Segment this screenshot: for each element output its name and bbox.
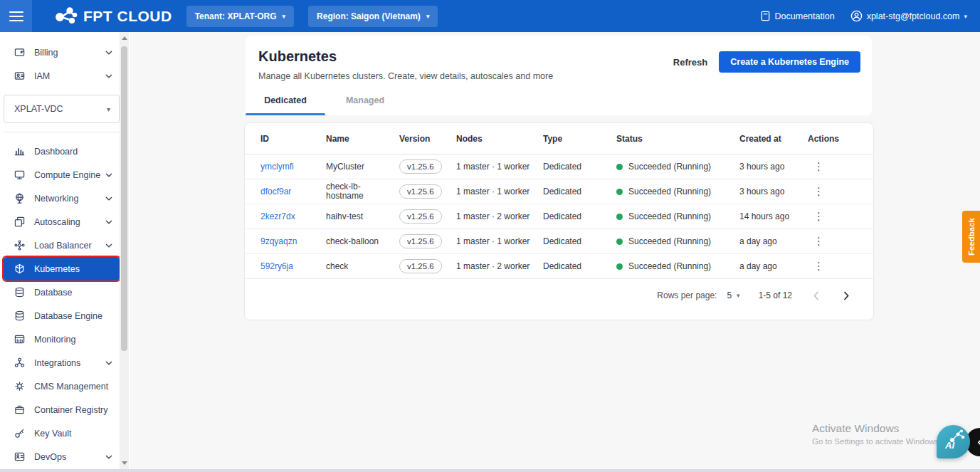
created-at-cell: a day ago: [739, 261, 808, 271]
sidebar-item-database-engine[interactable]: Database Engine: [4, 304, 120, 327]
rows-per-page-select[interactable]: 5 ▾: [727, 290, 739, 300]
scroll-up-arrow[interactable]: [122, 36, 127, 40]
nodes-cell: 1 master · 2 worker: [456, 261, 543, 271]
nodes-cell: 1 master · 1 worker: [456, 162, 543, 172]
sidebar-item-kubernetes[interactable]: Kubernetes: [4, 257, 120, 280]
sidebar-item-label: Compute Engine: [34, 170, 100, 180]
sidebar-item-cms-management[interactable]: CMS Management: [4, 374, 120, 398]
next-page-button[interactable]: [841, 290, 852, 302]
column-header-nodes: Nodes: [456, 134, 543, 144]
sidebar-item-database[interactable]: Database: [4, 280, 120, 304]
created-at-cell: 3 hours ago: [739, 187, 808, 196]
status-dot-icon: [616, 238, 623, 245]
chevron-left-icon: [977, 438, 980, 447]
table-row: ymclymfiMyClusterv1.25.61 master · 1 wor…: [245, 154, 873, 179]
version-badge: v1.25.6: [399, 184, 442, 199]
account-menu[interactable]: xplat-stg@fptcloud.com ▾: [850, 10, 967, 22]
sidebar-item-label: Billing: [34, 48, 58, 58]
menu-icon: [9, 9, 23, 24]
sidebar-item-billing[interactable]: Billing: [4, 41, 120, 64]
sidebar-item-label: Networking: [34, 194, 79, 204]
sidebar-item-networking[interactable]: Networking: [4, 187, 120, 210]
sidebar-item-compute-engine[interactable]: Compute Engine: [4, 163, 120, 187]
cluster-id-link[interactable]: 592ry6ja: [260, 261, 293, 271]
sidebar-item-integrations[interactable]: Integrations: [4, 351, 120, 374]
cluster-name: haihv-test: [326, 212, 399, 221]
monitoring-icon: [14, 334, 25, 345]
row-actions-kebab-button[interactable]: ⋮: [808, 211, 830, 221]
chevron-down-icon: ▾: [107, 105, 110, 113]
sidebar-item-label: Kubernetes: [34, 264, 80, 274]
previous-page-button[interactable]: [811, 290, 822, 302]
page-title: Kubernetes: [258, 48, 337, 65]
compute-engine-icon: [14, 169, 25, 181]
row-actions-kebab-button[interactable]: ⋮: [808, 236, 830, 246]
region-selector[interactable]: Region: Saigon (Vietnam) ▾: [308, 6, 438, 27]
sidebar-item-iam[interactable]: IAM: [4, 64, 120, 88]
user-icon: [850, 10, 863, 22]
status-cell: Succeeded (Running): [616, 211, 739, 221]
menu-button[interactable]: [0, 0, 32, 32]
sidebar-item-monitoring[interactable]: Monitoring: [4, 327, 120, 351]
integrations-icon: [14, 357, 25, 369]
type-cell: Dedicated: [543, 187, 616, 196]
created-at-cell: a day ago: [739, 236, 808, 246]
sidebar-item-label: Container Registry: [34, 405, 108, 415]
sidebar: BillingIAM XPLAT-VDC ▾ DashboardCompute …: [0, 32, 130, 472]
row-actions-kebab-button[interactable]: ⋮: [808, 187, 830, 196]
sidebar-item-key-vault[interactable]: Key Vault: [4, 421, 120, 445]
refresh-button[interactable]: Refresh: [673, 57, 707, 68]
cluster-name: check-balloon: [326, 237, 399, 246]
sidebar-scrollbar[interactable]: [120, 32, 129, 469]
iam-icon: [14, 70, 25, 82]
sidebar-item-load-balancer[interactable]: Load Balancer: [4, 234, 120, 257]
sidebar-item-container-registry[interactable]: Container Registry: [4, 398, 120, 421]
chevron-down-icon: [105, 455, 112, 459]
column-header-id: ID: [260, 134, 326, 144]
table-row: dfocf9archeck-lb-hostnamev1.25.61 master…: [245, 179, 873, 204]
version-badge: v1.25.6: [399, 259, 442, 273]
ai-assistant-button[interactable]: AI: [937, 425, 970, 458]
chevron-down-icon: [105, 196, 112, 201]
scroll-down-arrow[interactable]: [122, 461, 127, 465]
devops-icon: [14, 451, 25, 463]
top-bar: FPT CLOUD Tenant: XPLAT-ORG ▾ Region: Sa…: [0, 0, 980, 32]
page-header-panel: Kubernetes Manage all Kubernetes cluster…: [246, 36, 872, 115]
row-actions-kebab-button[interactable]: ⋮: [808, 261, 830, 271]
tenant-selector[interactable]: Tenant: XPLAT-ORG ▾: [186, 6, 294, 27]
chevron-down-icon: [105, 51, 112, 55]
status-dot-icon: [616, 214, 623, 220]
create-kubernetes-engine-button[interactable]: Create a Kubernetes Engine: [719, 51, 860, 73]
feedback-tab[interactable]: Feedback: [962, 211, 980, 263]
ai-molecule-icon: [947, 429, 966, 445]
version-badge: v1.25.6: [399, 234, 442, 248]
sidebar-item-devops[interactable]: DevOps: [4, 445, 120, 468]
chevron-down-icon: ▾: [426, 13, 430, 20]
sidebar-item-dashboard[interactable]: Dashboard: [4, 140, 120, 163]
tab-managed[interactable]: Managed: [325, 95, 405, 115]
active-tab-underline: [246, 113, 325, 115]
cluster-id-link[interactable]: ymclymfi: [260, 162, 294, 172]
vdc-selector[interactable]: XPLAT-VDC ▾: [4, 95, 120, 123]
billing-icon: [14, 47, 25, 58]
cluster-id-link[interactable]: 2kezr7dx: [260, 211, 295, 221]
cluster-id-link[interactable]: 9zqyaqzn: [260, 236, 297, 246]
dashboard-icon: [14, 146, 25, 157]
main-content: Kubernetes Manage all Kubernetes cluster…: [130, 32, 980, 472]
sidebar-item-autoscaling[interactable]: Autoscaling: [4, 210, 120, 234]
type-cell: Dedicated: [543, 211, 616, 221]
table-row: 2kezr7dxhaihv-testv1.25.61 master · 2 wo…: [245, 204, 873, 229]
status-cell: Succeeded (Running): [616, 261, 739, 271]
tab-dedicated[interactable]: Dedicated: [246, 95, 325, 115]
documentation-link[interactable]: Documentation: [760, 11, 835, 21]
sidebar-item-label: IAM: [34, 71, 50, 81]
column-header-type: Type: [543, 134, 616, 144]
cluster-name: MyCluster: [326, 162, 399, 172]
status-cell: Succeeded (Running): [616, 236, 739, 246]
row-actions-kebab-button[interactable]: ⋮: [808, 162, 830, 172]
cluster-id-link[interactable]: dfocf9ar: [260, 187, 291, 196]
key-vault-icon: [14, 428, 25, 439]
chevron-down-icon: ▾: [737, 292, 740, 299]
scrollbar-thumb[interactable]: [121, 46, 127, 351]
column-header-status: Status: [616, 134, 739, 144]
